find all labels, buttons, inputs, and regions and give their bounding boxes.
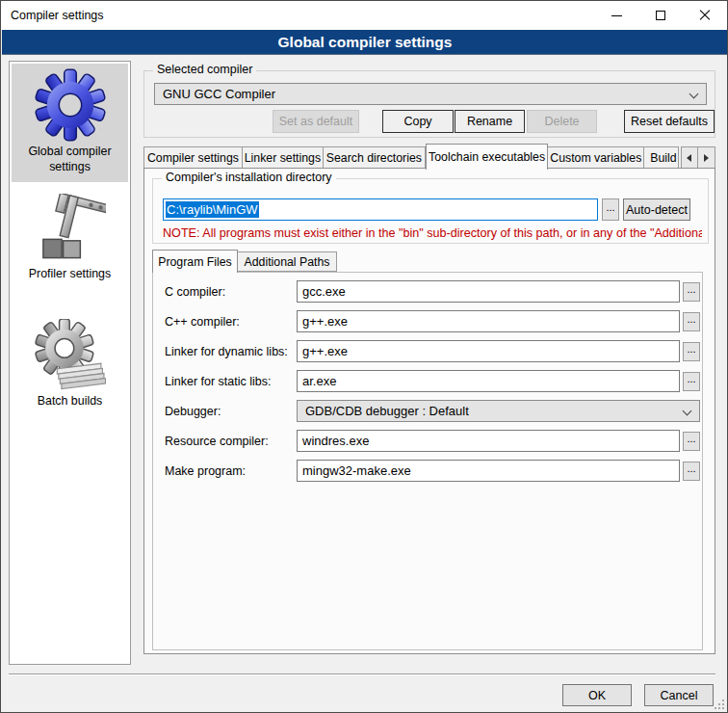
make-program-input[interactable]: mingw32-make.exe	[297, 460, 680, 482]
field-label: C compiler:	[165, 285, 297, 299]
title-bar[interactable]: Compiler settings	[1, 1, 727, 30]
selected-compiler-group: Selected compiler GNU GCC Compiler Set a…	[143, 70, 715, 138]
footer-divider-highlight	[9, 674, 715, 675]
window-title: Compiler settings	[11, 9, 104, 22]
maximize-icon	[656, 11, 665, 20]
tab-scroll-left-button[interactable]	[681, 146, 698, 169]
browse-button[interactable]: ...	[683, 462, 700, 481]
tab-search-directories[interactable]: Search directories	[324, 146, 426, 169]
toolchain-executables-page: Compiler's installation directory C:\ray…	[143, 168, 715, 654]
gear-blue-icon	[33, 67, 108, 143]
cancel-button[interactable]: Cancel	[644, 684, 714, 706]
ok-button[interactable]: OK	[562, 684, 632, 706]
resource-compiler-row: Resource compiler: windres.exe ...	[165, 430, 702, 452]
browse-button[interactable]: ...	[683, 282, 700, 302]
linker-dynamic-input[interactable]: g++.exe	[297, 340, 680, 362]
sidebar-item-label: Batch builds	[13, 394, 126, 409]
debugger-row: Debugger: GDB/CDB debugger : Default	[165, 400, 702, 422]
rename-button[interactable]: Rename	[455, 110, 525, 133]
cpp-compiler-row: C++ compiler: g++.exe ...	[165, 310, 702, 332]
reset-defaults-button[interactable]: Reset defaults	[624, 110, 715, 133]
linker-static-input[interactable]: ar.exe	[297, 370, 680, 392]
chevron-down-icon	[683, 407, 692, 416]
browse-button[interactable]: ...	[683, 342, 700, 361]
tab-compiler-settings[interactable]: Compiler settings	[143, 146, 243, 169]
sidebar-item-profiler-settings[interactable]: Profiler settings	[12, 190, 128, 290]
installation-directory-group: Compiler's installation directory C:\ray…	[152, 178, 709, 244]
tab-scroll-right-button[interactable]	[698, 146, 715, 169]
tab-custom-variables[interactable]: Custom variables	[548, 146, 644, 169]
sidebar-item-batch-builds[interactable]: Batch builds	[12, 315, 128, 417]
linker-dynamic-row: Linker for dynamic libs: g++.exe ...	[165, 340, 702, 362]
chevron-down-icon	[689, 90, 699, 99]
copy-button[interactable]: Copy	[382, 110, 454, 133]
minimize-icon	[611, 15, 622, 16]
program-files-tabstrip: Program Files Additional Paths	[152, 249, 337, 272]
make-program-row: Make program: mingw32-make.exe ...	[165, 460, 702, 482]
field-label: Make program:	[165, 464, 297, 478]
left-arrow-icon	[687, 154, 691, 162]
field-label: Linker for static libs:	[165, 375, 297, 388]
sidebar-item-label: Profiler settings	[13, 267, 126, 282]
linker-static-row: Linker for static libs: ar.exe ...	[165, 370, 702, 392]
field-label: Linker for dynamic libs:	[165, 345, 297, 358]
close-button[interactable]	[683, 1, 727, 30]
program-files-page: C compiler: gcc.exe ... C++ compiler: g+…	[152, 272, 703, 650]
browse-button[interactable]: ...	[683, 432, 700, 451]
group-legend: Compiler's installation directory	[162, 171, 336, 184]
browse-directory-button[interactable]: ...	[602, 198, 619, 221]
set-as-default-button[interactable]: Set as default	[273, 110, 359, 133]
settings-tabstrip: Compiler settings Linker settings Search…	[143, 143, 715, 169]
compiler-settings-dialog: Compiler settings Global compiler settin…	[0, 0, 728, 713]
installation-directory-input[interactable]: C:\raylib\MinGW	[163, 198, 598, 221]
cpp-compiler-input[interactable]: g++.exe	[297, 310, 680, 332]
tab-build-options[interactable]: Build options	[644, 146, 679, 169]
tab-linker-settings[interactable]: Linker settings	[243, 146, 324, 169]
settings-sidebar: Global compiler settings	[9, 61, 131, 665]
sidebar-item-label: Global compiler settings	[13, 145, 126, 174]
maximize-button[interactable]	[638, 1, 683, 30]
sidebar-item-global-compiler-settings[interactable]: Global compiler settings	[12, 64, 128, 182]
caliper-icon	[35, 194, 106, 265]
resource-compiler-input[interactable]: windres.exe	[297, 430, 680, 452]
tab-program-files[interactable]: Program Files	[152, 250, 238, 273]
auto-detect-button[interactable]: Auto-detect	[623, 198, 690, 221]
delete-button[interactable]: Delete	[527, 110, 597, 133]
tab-additional-paths[interactable]: Additional Paths	[238, 251, 337, 272]
field-label: C++ compiler:	[165, 315, 297, 329]
browse-button[interactable]: ...	[683, 372, 700, 391]
field-label: Debugger:	[165, 405, 297, 418]
banner-title: Global compiler settings	[278, 34, 453, 51]
tab-toolchain-executables[interactable]: Toolchain executables	[426, 144, 549, 170]
dialog-banner: Global compiler settings	[2, 30, 728, 55]
browse-button[interactable]: ...	[683, 312, 700, 331]
bin-subdirectory-note: NOTE: All programs must exist either in …	[163, 226, 702, 240]
close-icon	[699, 10, 711, 21]
gear-stack-icon	[34, 319, 107, 392]
tab-scroll-buttons	[681, 146, 715, 169]
minimize-button[interactable]	[594, 1, 638, 30]
field-label: Resource compiler:	[165, 435, 297, 448]
resize-grip[interactable]	[713, 698, 724, 709]
selected-compiler-dropdown[interactable]: GNU GCC Compiler	[154, 83, 707, 105]
debugger-select[interactable]: GDB/CDB debugger : Default	[297, 400, 700, 422]
c-compiler-input[interactable]: gcc.exe	[297, 280, 680, 303]
c-compiler-row: C compiler: gcc.exe ...	[165, 280, 702, 303]
selected-path-text: C:\raylib\MinGW	[166, 201, 259, 218]
right-arrow-icon	[704, 154, 709, 162]
group-legend: Selected compiler	[153, 63, 256, 76]
